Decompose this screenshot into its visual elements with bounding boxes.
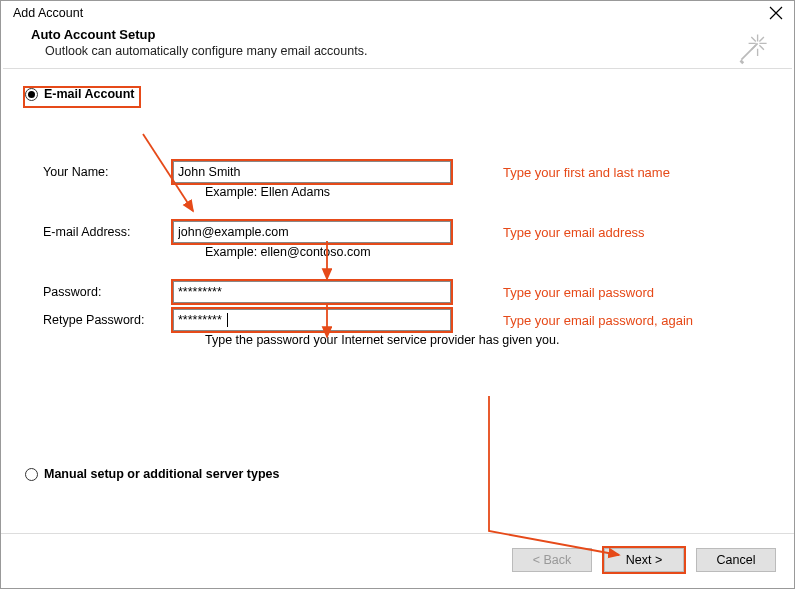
password-label: Password:	[43, 285, 173, 299]
annotation-name: Type your first and last name	[503, 165, 670, 180]
email-input[interactable]	[173, 221, 451, 243]
radio-manual-label: Manual setup or additional server types	[44, 467, 279, 481]
back-button: < Back	[512, 548, 592, 572]
add-account-dialog: Add Account Auto Account Setup Outlook c…	[0, 0, 795, 589]
email-label: E-mail Address:	[43, 225, 173, 239]
radio-email-account[interactable]: E-mail Account	[25, 87, 774, 101]
wizard-body: E-mail Account Your Name: Type your firs…	[1, 69, 794, 497]
annotation-password: Type your email password	[503, 285, 654, 300]
account-form: Your Name: Type your first and last name…	[43, 161, 774, 347]
annotation-retype: Type your email password, again	[503, 313, 693, 328]
cancel-button[interactable]: Cancel	[696, 548, 776, 572]
text-caret	[227, 313, 228, 327]
titlebar: Add Account	[1, 1, 794, 23]
window-title: Add Account	[13, 6, 83, 20]
wizard-wand-icon	[736, 29, 772, 65]
next-button[interactable]: Next >	[604, 548, 684, 572]
password-input[interactable]	[173, 281, 451, 303]
name-label: Your Name:	[43, 165, 173, 179]
name-example: Example: Ellen Adams	[205, 185, 774, 199]
password-note: Type the password your Internet service …	[205, 333, 774, 347]
header-subtitle: Outlook can automatically configure many…	[45, 44, 764, 58]
header-title: Auto Account Setup	[31, 27, 764, 42]
wizard-header: Auto Account Setup Outlook can automatic…	[1, 23, 794, 68]
radio-manual-setup[interactable]: Manual setup or additional server types	[25, 467, 279, 481]
close-icon[interactable]	[768, 5, 784, 21]
annotation-email: Type your email address	[503, 225, 645, 240]
radio-email-account-label: E-mail Account	[44, 87, 135, 101]
retype-label: Retype Password:	[43, 313, 173, 327]
wizard-footer: < Back Next > Cancel	[1, 533, 794, 588]
email-example: Example: ellen@contoso.com	[205, 245, 774, 259]
name-input[interactable]	[173, 161, 451, 183]
retype-input[interactable]	[173, 309, 451, 331]
